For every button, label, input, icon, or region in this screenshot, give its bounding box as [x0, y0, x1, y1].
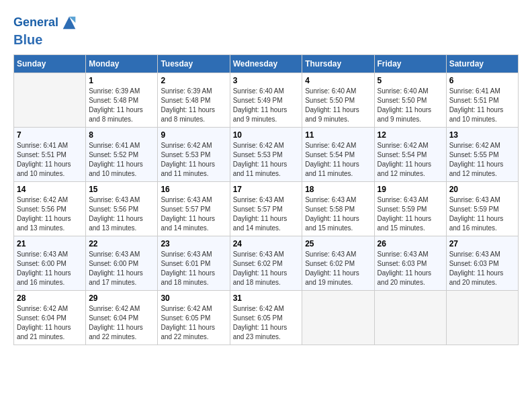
day-number: 4 [305, 76, 371, 85]
day-number: 23 [161, 239, 226, 248]
day-info: Sunrise: 6:39 AM Sunset: 5:48 PM Dayligh… [89, 87, 154, 124]
day-info: Sunrise: 6:43 AM Sunset: 6:03 PM Dayligh… [378, 250, 443, 287]
calendar-body: 1Sunrise: 6:39 AM Sunset: 5:48 PM Daylig… [14, 73, 519, 345]
calendar-cell: 25Sunrise: 6:43 AM Sunset: 6:02 PM Dayli… [302, 236, 374, 290]
calendar-day-header: Tuesday [158, 54, 230, 73]
calendar-cell [302, 290, 374, 345]
calendar-cell: 6Sunrise: 6:41 AM Sunset: 5:51 PM Daylig… [446, 73, 518, 127]
logo-text: GeneralBlue [13, 13, 79, 48]
calendar-cell [14, 73, 86, 127]
calendar-cell: 10Sunrise: 6:42 AM Sunset: 5:53 PM Dayli… [230, 127, 302, 181]
day-number: 15 [89, 185, 154, 194]
calendar-cell: 15Sunrise: 6:43 AM Sunset: 5:56 PM Dayli… [86, 181, 158, 236]
day-info: Sunrise: 6:42 AM Sunset: 5:53 PM Dayligh… [233, 141, 300, 179]
day-info: Sunrise: 6:40 AM Sunset: 5:49 PM Dayligh… [233, 87, 300, 124]
calendar-cell [446, 290, 518, 345]
day-info: Sunrise: 6:41 AM Sunset: 5:51 PM Dayligh… [17, 141, 83, 179]
day-number: 7 [17, 130, 83, 140]
day-info: Sunrise: 6:43 AM Sunset: 5:57 PM Dayligh… [233, 195, 300, 233]
day-number: 19 [378, 185, 443, 194]
day-number: 30 [161, 293, 226, 303]
day-number: 20 [449, 185, 515, 194]
day-info: Sunrise: 6:43 AM Sunset: 5:58 PM Dayligh… [305, 195, 371, 233]
day-info: Sunrise: 6:42 AM Sunset: 5:55 PM Dayligh… [449, 141, 515, 179]
calendar-cell: 9Sunrise: 6:42 AM Sunset: 5:53 PM Daylig… [158, 127, 230, 181]
day-info: Sunrise: 6:43 AM Sunset: 5:59 PM Dayligh… [449, 195, 515, 233]
day-info: Sunrise: 6:42 AM Sunset: 6:05 PM Dayligh… [233, 304, 300, 342]
day-info: Sunrise: 6:42 AM Sunset: 5:54 PM Dayligh… [305, 141, 371, 179]
calendar-cell [374, 290, 446, 345]
calendar-cell: 30Sunrise: 6:42 AM Sunset: 6:05 PM Dayli… [158, 290, 230, 345]
calendar-cell: 16Sunrise: 6:43 AM Sunset: 5:57 PM Dayli… [158, 181, 230, 236]
day-info: Sunrise: 6:42 AM Sunset: 5:54 PM Dayligh… [378, 141, 443, 179]
calendar-cell: 22Sunrise: 6:43 AM Sunset: 6:00 PM Dayli… [86, 236, 158, 290]
day-info: Sunrise: 6:40 AM Sunset: 5:50 PM Dayligh… [305, 87, 371, 124]
day-number: 11 [305, 130, 371, 140]
day-info: Sunrise: 6:43 AM Sunset: 5:57 PM Dayligh… [161, 195, 226, 233]
calendar-cell: 5Sunrise: 6:40 AM Sunset: 5:50 PM Daylig… [374, 73, 446, 127]
day-number: 2 [161, 76, 226, 85]
day-number: 3 [233, 76, 300, 85]
day-info: Sunrise: 6:40 AM Sunset: 5:50 PM Dayligh… [378, 87, 443, 124]
day-info: Sunrise: 6:41 AM Sunset: 5:52 PM Dayligh… [89, 141, 154, 179]
calendar-cell: 18Sunrise: 6:43 AM Sunset: 5:58 PM Dayli… [302, 181, 374, 236]
day-number: 31 [233, 293, 300, 303]
calendar-cell: 19Sunrise: 6:43 AM Sunset: 5:59 PM Dayli… [374, 181, 446, 236]
day-info: Sunrise: 6:42 AM Sunset: 6:05 PM Dayligh… [161, 304, 226, 342]
calendar-cell: 8Sunrise: 6:41 AM Sunset: 5:52 PM Daylig… [86, 127, 158, 181]
calendar-cell: 11Sunrise: 6:42 AM Sunset: 5:54 PM Dayli… [302, 127, 374, 181]
day-info: Sunrise: 6:43 AM Sunset: 6:01 PM Dayligh… [161, 250, 226, 287]
day-number: 10 [233, 130, 300, 140]
day-info: Sunrise: 6:43 AM Sunset: 6:00 PM Dayligh… [89, 250, 154, 287]
page-header: GeneralBlue [13, 13, 519, 48]
calendar-cell: 3Sunrise: 6:40 AM Sunset: 5:49 PM Daylig… [230, 73, 302, 127]
day-number: 8 [89, 130, 154, 140]
calendar-cell: 17Sunrise: 6:43 AM Sunset: 5:57 PM Dayli… [230, 181, 302, 236]
day-number: 28 [17, 293, 83, 303]
day-number: 12 [378, 130, 443, 140]
calendar-cell: 1Sunrise: 6:39 AM Sunset: 5:48 PM Daylig… [86, 73, 158, 127]
day-info: Sunrise: 6:43 AM Sunset: 6:02 PM Dayligh… [305, 250, 371, 287]
day-number: 26 [378, 239, 443, 248]
day-number: 6 [449, 76, 515, 85]
day-info: Sunrise: 6:42 AM Sunset: 6:04 PM Dayligh… [17, 304, 83, 342]
calendar-cell: 23Sunrise: 6:43 AM Sunset: 6:01 PM Dayli… [158, 236, 230, 290]
day-info: Sunrise: 6:42 AM Sunset: 6:04 PM Dayligh… [89, 304, 154, 342]
day-number: 5 [378, 76, 443, 85]
calendar-day-header: Saturday [446, 54, 518, 73]
calendar-day-header: Wednesday [230, 54, 302, 73]
calendar-day-header: Friday [374, 54, 446, 73]
day-info: Sunrise: 6:41 AM Sunset: 5:51 PM Dayligh… [449, 87, 515, 124]
logo: GeneralBlue [13, 13, 79, 48]
day-number: 9 [161, 130, 226, 140]
calendar-day-header: Monday [86, 54, 158, 73]
calendar-day-header: Sunday [14, 54, 86, 73]
day-number: 18 [305, 185, 371, 194]
day-number: 21 [17, 239, 83, 248]
day-number: 29 [89, 293, 154, 303]
calendar-cell: 2Sunrise: 6:39 AM Sunset: 5:48 PM Daylig… [158, 73, 230, 127]
day-number: 16 [161, 185, 226, 194]
calendar-cell: 31Sunrise: 6:42 AM Sunset: 6:05 PM Dayli… [230, 290, 302, 345]
day-number: 24 [233, 239, 300, 248]
day-info: Sunrise: 6:43 AM Sunset: 5:59 PM Dayligh… [378, 195, 443, 233]
day-number: 22 [89, 239, 154, 248]
day-info: Sunrise: 6:43 AM Sunset: 6:00 PM Dayligh… [17, 250, 83, 287]
calendar-header-row: SundayMondayTuesdayWednesdayThursdayFrid… [14, 54, 519, 73]
day-number: 13 [449, 130, 515, 140]
calendar-table: SundayMondayTuesdayWednesdayThursdayFrid… [13, 54, 519, 345]
day-number: 27 [449, 239, 515, 248]
day-info: Sunrise: 6:39 AM Sunset: 5:48 PM Dayligh… [161, 87, 226, 124]
calendar-cell: 14Sunrise: 6:42 AM Sunset: 5:56 PM Dayli… [14, 181, 86, 236]
calendar-cell: 27Sunrise: 6:43 AM Sunset: 6:03 PM Dayli… [446, 236, 518, 290]
calendar-cell: 26Sunrise: 6:43 AM Sunset: 6:03 PM Dayli… [374, 236, 446, 290]
calendar-cell: 12Sunrise: 6:42 AM Sunset: 5:54 PM Dayli… [374, 127, 446, 181]
day-info: Sunrise: 6:42 AM Sunset: 5:53 PM Dayligh… [161, 141, 226, 179]
calendar-cell: 24Sunrise: 6:43 AM Sunset: 6:02 PM Dayli… [230, 236, 302, 290]
calendar-cell: 4Sunrise: 6:40 AM Sunset: 5:50 PM Daylig… [302, 73, 374, 127]
day-info: Sunrise: 6:43 AM Sunset: 5:56 PM Dayligh… [89, 195, 154, 233]
day-number: 17 [233, 185, 300, 194]
calendar-cell: 21Sunrise: 6:43 AM Sunset: 6:00 PM Dayli… [14, 236, 86, 290]
day-info: Sunrise: 6:43 AM Sunset: 6:03 PM Dayligh… [449, 250, 515, 287]
day-number: 1 [89, 76, 154, 85]
